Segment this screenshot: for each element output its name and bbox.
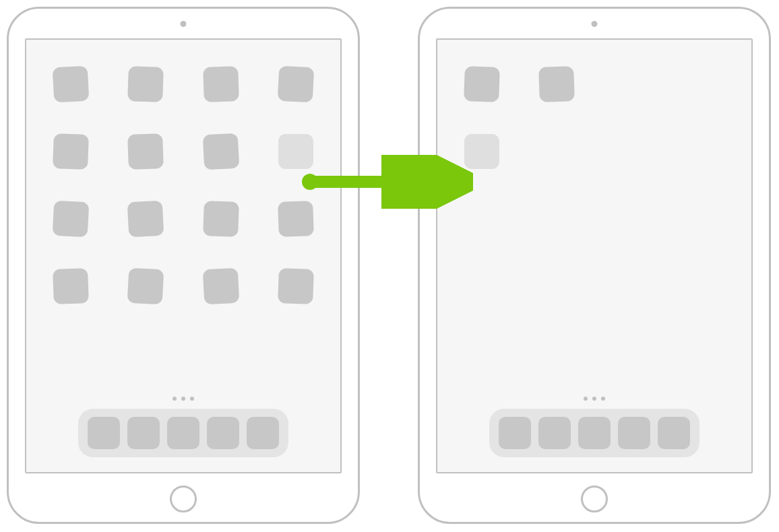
app-icon[interactable] <box>278 66 315 103</box>
app-icon[interactable] <box>53 66 90 103</box>
dock-app-icon[interactable] <box>88 417 120 449</box>
app-grid-left <box>53 67 313 304</box>
app-icon[interactable] <box>202 268 239 305</box>
app-icon[interactable] <box>127 268 164 305</box>
dock-app-icon[interactable] <box>207 417 239 449</box>
drag-arrow-icon <box>298 155 473 209</box>
home-screen-left[interactable] <box>25 38 342 473</box>
dock-app-icon[interactable] <box>167 417 199 449</box>
home-button[interactable] <box>170 486 197 512</box>
dock-left[interactable] <box>78 409 288 457</box>
dock-app-icon[interactable] <box>618 417 650 449</box>
page-indicator-left[interactable] <box>173 397 194 401</box>
home-screen-right[interactable] <box>436 38 753 473</box>
app-icon[interactable] <box>202 133 239 170</box>
dock-app-icon[interactable] <box>127 417 160 449</box>
tablet-right <box>418 7 771 524</box>
page-dot <box>190 397 194 401</box>
app-icon[interactable] <box>127 66 164 102</box>
app-icon[interactable] <box>53 201 90 238</box>
home-button[interactable] <box>581 486 608 512</box>
page-dot <box>592 397 596 401</box>
app-icon[interactable] <box>203 66 239 102</box>
dock-app-icon[interactable] <box>499 417 531 449</box>
dock-right[interactable] <box>489 409 699 457</box>
tablet-left <box>7 7 360 524</box>
dock-app-icon[interactable] <box>538 417 571 449</box>
app-grid-right <box>464 67 724 169</box>
app-icon[interactable] <box>464 66 500 102</box>
dock-app-icon[interactable] <box>247 417 279 449</box>
app-icon[interactable] <box>127 201 164 238</box>
app-icon[interactable] <box>53 133 89 170</box>
front-camera-icon <box>181 21 187 27</box>
page-indicator-right[interactable] <box>584 397 605 401</box>
page-dot <box>181 397 185 401</box>
dock-app-icon[interactable] <box>578 417 611 449</box>
svg-point-0 <box>302 174 318 190</box>
page-dot <box>584 397 588 401</box>
page-dot <box>601 397 605 401</box>
dock-app-icon[interactable] <box>658 417 690 449</box>
app-icon[interactable] <box>538 66 575 102</box>
front-camera-icon <box>592 21 598 27</box>
app-icon[interactable] <box>203 201 239 237</box>
app-icon[interactable] <box>278 268 314 304</box>
page-dot <box>173 397 177 401</box>
app-icon[interactable] <box>53 268 89 304</box>
app-icon[interactable] <box>127 133 164 170</box>
